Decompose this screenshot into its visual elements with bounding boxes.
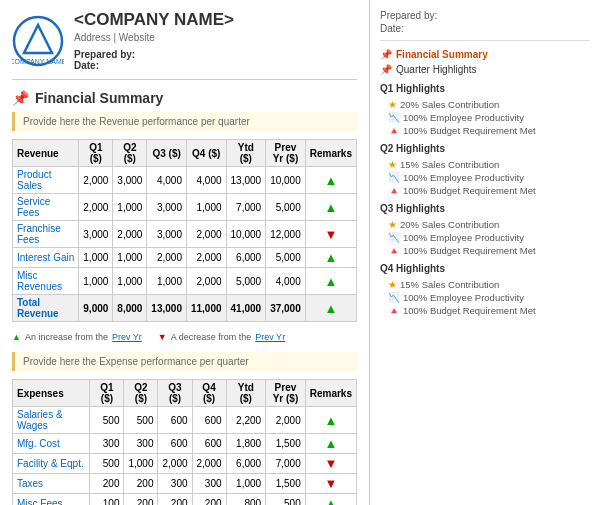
- highlight-text-1-1: 100% Employee Productivity: [403, 172, 524, 183]
- nav-financial-summary[interactable]: 📌 Financial Summary: [380, 47, 590, 62]
- highlight-text-2-2: 100% Budget Requirement Met: [403, 245, 536, 256]
- highlight-item-0-0: ★20% Sales Contribution: [388, 98, 590, 111]
- cell-2-5: 10,000: [226, 221, 266, 248]
- document-header: COMPANY NAME <COMPANY NAME> Address | We…: [12, 10, 357, 80]
- table-row: Interest Gain1,0001,0002,0002,0006,0005,…: [13, 248, 357, 268]
- cell-1-6: 5,000: [266, 194, 306, 221]
- cell-2-4: 2,000: [192, 454, 226, 474]
- trend-down-icon: ▼: [324, 476, 337, 491]
- cell-4-5: 800: [226, 494, 266, 506]
- cell-0-5: 2,200: [226, 407, 266, 434]
- revenue-note-text: Provide here the Revenue performance per…: [23, 116, 250, 127]
- cell-1-4: 1,000: [186, 194, 226, 221]
- sidebar-quarter-header-3[interactable]: Q3 Highlights: [380, 201, 590, 216]
- right-sidebar: Prepared by: Date: 📌 Financial Summary 📌…: [370, 0, 600, 505]
- cell-1-2: 1,000: [113, 194, 147, 221]
- table-row: Total Revenue9,0008,00013,00011,00041,00…: [13, 295, 357, 322]
- highlight-item-2-1: 📉100% Employee Productivity: [388, 231, 590, 244]
- revenue-note: Provide here the Revenue performance per…: [12, 112, 357, 131]
- highlight-item-2-0: ★20% Sales Contribution: [388, 218, 590, 231]
- cell-4-2: 200: [124, 494, 158, 506]
- marker-down-icon: ▼: [158, 332, 167, 342]
- cell-4-4: 200: [192, 494, 226, 506]
- cell-5-0: Total Revenue: [13, 295, 79, 322]
- cell-3-0: Taxes: [13, 474, 90, 494]
- cell-4-4: 2,000: [186, 268, 226, 295]
- col-header-5: Ytd ($): [226, 140, 266, 167]
- cell-remarks-3: ▲: [305, 248, 356, 268]
- company-logo: COMPANY NAME: [12, 15, 64, 67]
- expense-table: ExpensesQ1 ($)Q2 ($)Q3 ($)Q4 ($)Ytd ($)P…: [12, 379, 357, 505]
- col-header-2: Q2 ($): [113, 140, 147, 167]
- highlight-text-0-0: 20% Sales Contribution: [400, 99, 499, 110]
- trend-up-icon: ▲: [324, 200, 337, 215]
- trend-up-icon: ▲: [324, 496, 337, 505]
- cell-1-0: Service Fees: [13, 194, 79, 221]
- expense-table-body: Salaries & Wages5005006006002,2002,000▲M…: [13, 407, 357, 506]
- highlight-item-0-1: 📉100% Employee Productivity: [388, 111, 590, 124]
- prepared-by-label: Prepared by:: [74, 49, 234, 60]
- sidebar-quarter-header-4[interactable]: Q4 Highlights: [380, 261, 590, 276]
- cell-2-6: 12,000: [266, 221, 306, 248]
- cell-2-1: 3,000: [79, 221, 113, 248]
- sidebar-quarter-header-1[interactable]: Q1 Highlights: [380, 81, 590, 96]
- cell-0-2: 500: [124, 407, 158, 434]
- sidebar-date: Date:: [380, 23, 590, 34]
- marker-down-link[interactable]: Prev Yr: [255, 332, 285, 342]
- marker-up-link[interactable]: Prev Yr: [112, 332, 142, 342]
- highlight-item-1-1: 📉100% Employee Productivity: [388, 171, 590, 184]
- cell-4-3: 200: [158, 494, 192, 506]
- cell-2-5: 6,000: [226, 454, 266, 474]
- sidebar-quarter-header-2[interactable]: Q2 Highlights: [380, 141, 590, 156]
- cell-4-3: 1,000: [147, 268, 187, 295]
- marker-up-text: An increase from the: [25, 332, 108, 342]
- cell-0-1: 500: [90, 407, 124, 434]
- highlight-item-1-2: 🔺100% Budget Requirement Met: [388, 184, 590, 197]
- highlight-text-1-2: 100% Budget Requirement Met: [403, 185, 536, 196]
- cell-3-6: 5,000: [266, 248, 306, 268]
- revenue-marker: ▲ An increase from the Prev Yr ▼ A decre…: [12, 332, 357, 342]
- highlight-item-3-2: 🔺100% Budget Requirement Met: [388, 304, 590, 317]
- highlight-icon-3-1: 📉: [388, 292, 400, 303]
- highlight-text-0-2: 100% Budget Requirement Met: [403, 125, 536, 136]
- col-header-7: Remarks: [305, 380, 356, 407]
- highlight-item-3-0: ★15% Sales Contribution: [388, 278, 590, 291]
- cell-4-2: 1,000: [113, 268, 147, 295]
- trend-down-icon: ▼: [324, 227, 337, 242]
- highlight-icon-1-2: 🔺: [388, 185, 400, 196]
- nav-quarter-highlights[interactable]: 📌 Quarter Highlights: [380, 62, 590, 77]
- cell-0-3: 600: [158, 407, 192, 434]
- cell-2-2: 1,000: [124, 454, 158, 474]
- section-title-financial: 📌 Financial Summary: [12, 90, 357, 106]
- cell-1-3: 3,000: [147, 194, 187, 221]
- revenue-table-header: RevenueQ1 ($)Q2 ($)Q3 ($)Q4 ($)Ytd ($)Pr…: [13, 140, 357, 167]
- cell-remarks-0: ▲: [305, 407, 356, 434]
- table-row: Mfg. Cost3003006006001,8001,500▲: [13, 434, 357, 454]
- highlight-icon-3-2: 🔺: [388, 305, 400, 316]
- highlight-text-3-2: 100% Budget Requirement Met: [403, 305, 536, 316]
- cell-3-5: 6,000: [226, 248, 266, 268]
- cell-1-0: Mfg. Cost: [13, 434, 90, 454]
- trend-down-icon: ▼: [324, 456, 337, 471]
- table-row: Facility & Eqpt.5001,0002,0002,0006,0007…: [13, 454, 357, 474]
- expense-table-container: ExpensesQ1 ($)Q2 ($)Q3 ($)Q4 ($)Ytd ($)P…: [12, 379, 357, 505]
- highlight-icon-0-1: 📉: [388, 112, 400, 123]
- cell-5-6: 37,000: [266, 295, 306, 322]
- revenue-table: RevenueQ1 ($)Q2 ($)Q3 ($)Q4 ($)Ytd ($)Pr…: [12, 139, 357, 322]
- cell-5-5: 41,000: [226, 295, 266, 322]
- cell-2-1: 500: [90, 454, 124, 474]
- trend-up-icon: ▲: [324, 250, 337, 265]
- svg-text:COMPANY NAME: COMPANY NAME: [12, 58, 64, 65]
- cell-5-3: 13,000: [147, 295, 187, 322]
- col-header-0: Revenue: [13, 140, 79, 167]
- cell-2-6: 7,000: [266, 454, 306, 474]
- highlight-text-1-0: 15% Sales Contribution: [400, 159, 499, 170]
- cell-3-3: 2,000: [147, 248, 187, 268]
- cell-0-3: 4,000: [147, 167, 187, 194]
- marker-down-text: A decrease from the: [171, 332, 252, 342]
- company-name: <COMPANY NAME>: [74, 10, 234, 30]
- cell-1-1: 300: [90, 434, 124, 454]
- cell-1-2: 300: [124, 434, 158, 454]
- pin-icon: 📌: [12, 90, 29, 106]
- expense-note-text: Provide here the Expense performance per…: [23, 356, 249, 367]
